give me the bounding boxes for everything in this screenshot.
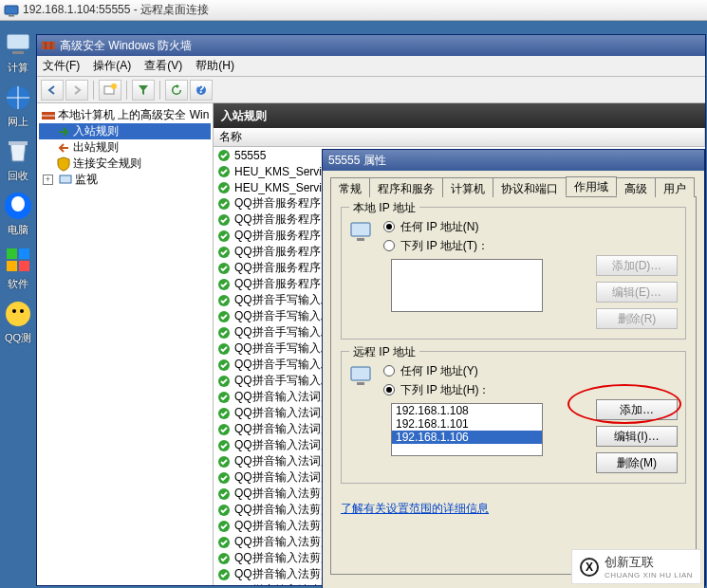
help-button[interactable]: ?	[190, 80, 213, 101]
list-item[interactable]: 192.168.1.101	[392, 417, 542, 431]
allow-icon	[217, 246, 231, 259]
filter-button[interactable]	[132, 80, 155, 101]
tree-label: 本地计算机 上的高级安全 Win	[58, 107, 209, 123]
desktop-icon[interactable]: 网上	[2, 83, 34, 129]
svg-rect-8	[7, 248, 17, 259]
local-button-column: 添加(D)… 编辑(E)… 删除(R)	[596, 255, 678, 329]
svg-rect-52	[351, 223, 370, 236]
computer-icon	[349, 221, 376, 244]
tab-general[interactable]: 常规	[330, 177, 370, 197]
svg-rect-3	[12, 51, 24, 54]
svg-rect-21	[42, 112, 55, 116]
tree-monitor[interactable]: + 监视	[39, 172, 211, 188]
dialog-title: 55555 属性	[328, 153, 386, 169]
allow-icon	[217, 165, 231, 178]
properties-dialog: 55555 属性 常规 程序和服务 计算机 协议和端口 作用域 高级 用户 本地…	[322, 149, 705, 588]
refresh-button[interactable]	[165, 80, 188, 101]
svg-rect-53	[357, 238, 364, 241]
tree-outbound[interactable]: 出站规则	[39, 139, 211, 156]
desktop-icon[interactable]: QQ测	[2, 299, 34, 345]
radio-these-local[interactable]: 下列 IP 地址(T)：	[383, 236, 678, 255]
rule-name: QQ拼音服务程序	[234, 260, 321, 276]
svg-rect-10	[7, 261, 17, 271]
svg-rect-9	[19, 248, 29, 259]
list-item[interactable]: 192.168.1.108	[392, 404, 542, 417]
svg-point-14	[20, 309, 24, 313]
toolbar: ?	[37, 77, 705, 103]
allow-icon	[217, 262, 231, 275]
monitor-icon	[58, 173, 73, 188]
menu-action[interactable]: 操作(A)	[93, 58, 131, 74]
expand-icon[interactable]: +	[43, 175, 53, 185]
radio-these-remote[interactable]: 下列 IP 地址(H)：	[383, 380, 678, 399]
column-label: 名称	[219, 129, 242, 145]
list-item[interactable]: 192.168.1.106	[392, 431, 542, 444]
tab-programs[interactable]: 程序和服务	[369, 177, 443, 197]
desktop-icon[interactable]: 计算	[2, 28, 34, 75]
svg-rect-22	[42, 116, 55, 119]
svg-rect-2	[7, 34, 29, 49]
remote-ip-list[interactable]: 192.168.1.108 192.168.1.101 192.168.1.10…	[391, 403, 543, 456]
desktop-icon[interactable]: 软件	[2, 245, 34, 291]
tree-root[interactable]: 本地计算机 上的高级安全 Win	[39, 107, 211, 123]
edit-button[interactable]: 编辑(I)…	[596, 426, 678, 447]
tree-label: 监视	[75, 172, 98, 188]
watermark-sub: CHUANG XIN HU LIAN	[605, 571, 693, 579]
forward-button[interactable]	[65, 80, 88, 101]
dialog-title-bar[interactable]: 55555 属性	[323, 150, 704, 171]
rule-name: QQ拼音输入法词库	[234, 389, 332, 405]
local-ip-list[interactable]	[391, 259, 543, 312]
desktop-icon-label: 软件	[8, 277, 28, 291]
allow-icon	[217, 326, 231, 340]
rule-name: QQ拼音输入法剪贴	[234, 566, 332, 582]
allow-icon	[217, 439, 231, 452]
allow-icon	[217, 278, 231, 291]
local-ip-group: 本地 IP 地址 任何 IP 地址(N) 下列 IP 地址(T)： 添加(D)……	[341, 207, 686, 340]
add-button[interactable]: 添加…	[596, 399, 678, 420]
add-button[interactable]: 添加(D)…	[596, 255, 678, 276]
column-header-name[interactable]: 名称	[214, 128, 705, 147]
allow-icon	[217, 455, 231, 469]
allow-icon	[217, 375, 231, 388]
edit-button[interactable]: 编辑(E)…	[596, 282, 678, 303]
menu-view[interactable]: 查看(V)	[144, 58, 182, 74]
tree-inbound[interactable]: 入站规则	[39, 123, 211, 139]
allow-icon	[217, 423, 231, 436]
allow-icon	[217, 520, 231, 533]
tab-advanced[interactable]: 高级	[616, 177, 656, 197]
radio-any-local[interactable]: 任何 IP 地址(N)	[383, 217, 678, 236]
add-rule-button[interactable]	[99, 80, 121, 101]
tab-protocols[interactable]: 协议和端口	[493, 177, 567, 197]
desktop-icon[interactable]: 电脑	[2, 191, 34, 237]
rule-name: QQ拼音手写输入工	[234, 324, 332, 340]
rule-name: QQ拼音输入法皮肤	[234, 582, 332, 585]
allow-icon	[217, 358, 231, 372]
outbound-icon	[56, 140, 71, 156]
desktop-icons-column: 计算 网上 回收 电脑 软件 QQ测	[2, 21, 34, 345]
software-icon	[3, 245, 33, 275]
radio-any-remote[interactable]: 任何 IP 地址(Y)	[383, 361, 678, 380]
tab-users[interactable]: 用户	[655, 177, 695, 197]
remote-button-column: 添加… 编辑(I)… 删除(M)	[596, 399, 678, 473]
tab-scope[interactable]: 作用域	[566, 176, 617, 196]
desktop-icon[interactable]: 回收	[2, 137, 34, 183]
rule-name: QQ拼音手写输入工	[234, 357, 332, 373]
firewall-title-bar[interactable]: 高级安全 Windows 防火墙	[37, 35, 705, 56]
tab-page-scope: 本地 IP 地址 任何 IP 地址(N) 下列 IP 地址(T)： 添加(D)……	[330, 197, 697, 575]
watermark-brand: 创新互联	[605, 554, 693, 571]
dialog-body: 常规 程序和服务 计算机 协议和端口 作用域 高级 用户 本地 IP 地址 任何…	[323, 171, 704, 582]
allow-icon	[217, 149, 231, 162]
remove-button[interactable]: 删除(R)	[596, 308, 678, 329]
help-link[interactable]: 了解有关设置范围的详细信息	[341, 501, 489, 517]
remove-button[interactable]: 删除(M)	[596, 452, 678, 473]
back-button[interactable]	[41, 80, 64, 101]
firewall-icon	[41, 38, 56, 53]
svg-point-12	[6, 302, 30, 326]
menu-file[interactable]: 文件(F)	[43, 58, 80, 74]
tab-computers[interactable]: 计算机	[442, 177, 493, 197]
rule-name: QQ拼音手写输入工	[234, 308, 332, 324]
toolbar-sep	[93, 81, 94, 100]
tree-consec[interactable]: 连接安全规则	[39, 156, 211, 172]
svg-point-51	[218, 585, 230, 586]
menu-help[interactable]: 帮助(H)	[195, 58, 234, 74]
